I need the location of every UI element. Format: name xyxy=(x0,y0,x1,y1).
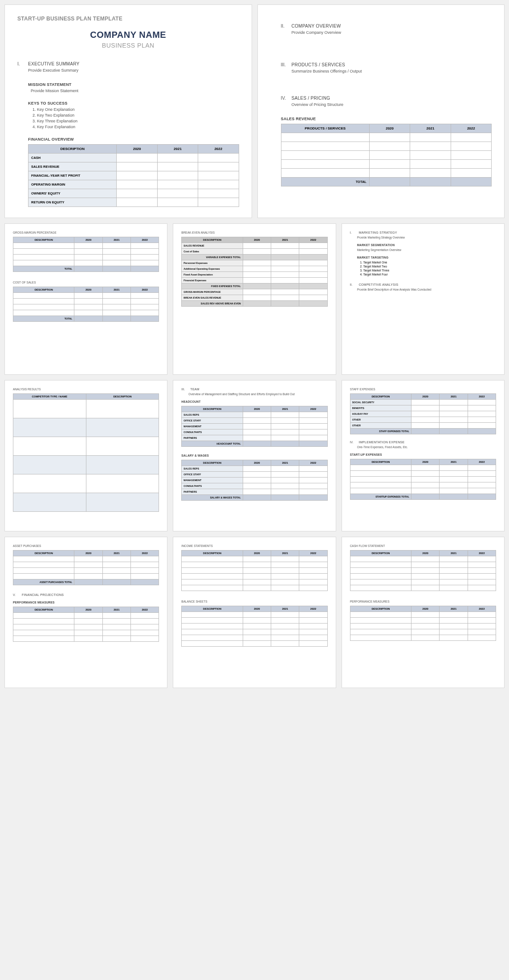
section-num: III. xyxy=(181,388,186,391)
page-4: BREAK-EVEN ANALYSIS DESCRIPTION202020212… xyxy=(173,223,336,375)
subsection-heading: HEADCOUNT xyxy=(181,400,327,403)
table-row xyxy=(281,142,492,151)
staff-expenses-table: DESCRIPTION202020212022 SOCIAL SECURITY … xyxy=(350,393,496,434)
table-row: RETURN ON EQUITY xyxy=(29,198,239,207)
section-body: Overview of Pricing Structure xyxy=(292,102,492,107)
section-body: Provide Executive Summary xyxy=(28,68,239,73)
subsection-heading: MARKET SEGMENTATION xyxy=(357,243,496,247)
section-num: III. xyxy=(281,62,287,67)
table-row xyxy=(281,160,492,169)
financial-overview-table: DESCRIPTION202020212022 CASH SALES REVEN… xyxy=(28,144,239,207)
page-10: INCOME STATEMENTS DESCRIPTION20202021202… xyxy=(173,537,336,688)
section-heading: COMPANY OVERVIEW xyxy=(292,24,341,28)
performance-measures-table: DESCRIPTION202020212022 xyxy=(13,607,159,642)
table-row: SALES REVENUE xyxy=(29,162,239,171)
cash-flow-table: DESCRIPTION202020212022 xyxy=(350,550,496,591)
table-row xyxy=(281,133,492,142)
subsection-heading: SALARY & WAGES xyxy=(181,454,327,457)
page-7: III.TEAM Overview of Management and Staf… xyxy=(173,380,336,531)
subsection-heading: ANALYSIS RESULTS xyxy=(13,388,159,391)
table-row xyxy=(281,169,492,178)
subsection-body: Marketing Segmentation Overview xyxy=(357,248,496,251)
headcount-table: DESCRIPTION202020212022 SALES REPS OFFIC… xyxy=(181,406,327,447)
template-title: START-UP BUSINESS PLAN TEMPLATE xyxy=(17,16,239,22)
page-8: STAFF EXPENSES DESCRIPTION202020212022 S… xyxy=(342,380,505,531)
subsection-heading: COST OF SALES xyxy=(13,281,159,284)
section-num: IV. xyxy=(350,441,354,444)
section-num: II. xyxy=(281,24,287,28)
sales-revenue-table: PRODUCTS / SERVICES202020212022 TOTAL xyxy=(281,124,492,186)
section-heading: IMPLEMENTATION EXPENSE xyxy=(359,441,405,444)
section-heading: SALES / PRICING xyxy=(292,96,330,101)
subsection-heading: KEYS TO SUCCESS xyxy=(28,101,239,105)
income-statements-table: DESCRIPTION202020212022 xyxy=(181,550,327,591)
section-num: I. xyxy=(350,231,354,234)
subsection-heading: FINANCIAL OVERVIEW xyxy=(28,137,239,142)
table-row: OPERATING MARGIN xyxy=(29,180,239,189)
subsection-heading: BREAK-EVEN ANALYSIS xyxy=(181,231,327,234)
section-heading: FINANCIAL PROJECTIONS xyxy=(22,593,64,596)
table-header-row: DESCRIPTION202020212022 xyxy=(29,145,239,154)
section-body: Summarize Business Offerings / Output xyxy=(292,69,492,73)
subsection-body: Provide Mission Statement xyxy=(31,89,239,93)
subsection-heading: STAFF EXPENSES xyxy=(350,388,496,391)
section-num: IV. xyxy=(281,96,287,101)
gross-margin-table: DESCRIPTION202020212022 TOTAL xyxy=(13,237,159,272)
page-1: START-UP BUSINESS PLAN TEMPLATE COMPANY … xyxy=(4,4,252,218)
asset-purchases-table: DESCRIPTION202020212022 ASSET PURCHASES … xyxy=(13,550,159,585)
section-num: V. xyxy=(13,593,17,596)
table-row: FINANCIAL-YEAR NET PROFIT xyxy=(29,171,239,180)
list-item: Target Market Three xyxy=(363,269,496,272)
keys-list: Key One Explanation Key Two Explanation … xyxy=(37,107,239,129)
salary-table: DESCRIPTION202020212022 SALES REPS OFFIC… xyxy=(181,460,327,501)
list-item: Target Market One xyxy=(363,261,496,264)
section-heading: MARKETING STRATEGY xyxy=(359,231,397,234)
subsection-heading: BALANCE SHEETS xyxy=(181,600,327,603)
page-6: ANALYSIS RESULTS COMPETITOR TYPE / NAMED… xyxy=(4,380,167,531)
table-row: TOTAL xyxy=(281,178,492,186)
table-header-row: PRODUCTS / SERVICES202020212022 xyxy=(281,124,492,133)
page-2: II.COMPANY OVERVIEW Provide Company Over… xyxy=(257,4,505,218)
cost-of-sales-table: DESCRIPTION202020212022 TOTAL xyxy=(13,287,159,322)
table-row: OWNERS' EQUITY xyxy=(29,189,239,198)
page-5: I.MARKETING STRATEGY Provide Marketing S… xyxy=(342,223,505,375)
list-item: Key Two Explanation xyxy=(37,113,239,117)
page-3: GROSS-MARGIN PERCENTAGE DESCRIPTION20202… xyxy=(4,223,167,375)
section-heading: EXECUTIVE SUMMARY xyxy=(28,61,80,66)
analysis-results-table: COMPETITOR TYPE / NAMEDESCRIPTION xyxy=(13,393,159,512)
list-item: Target Market Four xyxy=(363,273,496,276)
list-item: Key Four Explanation xyxy=(37,125,239,129)
section-body: Provide Company Overview xyxy=(292,30,492,35)
break-even-table: DESCRIPTION202020212022 SALES REVENUE Co… xyxy=(181,237,327,307)
subtitle: BUSINESS PLAN xyxy=(17,42,239,49)
subsection-heading: SALES REVENUE xyxy=(281,117,492,121)
subsection-heading: PERFORMANCE MEASURES xyxy=(350,600,496,603)
section-body: Provide Marketing Strategy Overview xyxy=(357,236,496,239)
subsection-heading: MISSION STATEMENT xyxy=(28,82,239,87)
section-heading: COMPETITIVE ANALYSIS xyxy=(359,283,399,286)
table-row xyxy=(281,151,492,160)
table-row: CASH xyxy=(29,154,239,162)
target-list: Target Market One Target Market Two Targ… xyxy=(363,261,496,276)
subsection-heading: PERFORMANCE MEASURES xyxy=(13,601,159,604)
section-body: Overview of Management and Staffing Stru… xyxy=(188,393,327,396)
section-heading: TEAM xyxy=(190,388,200,391)
subsection-heading: ASSET PURCHASES xyxy=(13,544,159,547)
list-item: Key Three Explanation xyxy=(37,119,239,123)
company-name: COMPANY NAME xyxy=(17,30,239,40)
section-body: One-Time Expenses, Fixed Assets, Etc. xyxy=(357,445,496,449)
section-num: I. xyxy=(17,61,24,66)
section-body: Provide Brief Description of How Analysi… xyxy=(357,288,496,291)
section-heading: PRODUCTS / SERVICES xyxy=(292,62,346,67)
subsection-heading: GROSS-MARGIN PERCENTAGE xyxy=(13,231,159,234)
subsection-heading: MARKET TARGETING xyxy=(357,256,496,259)
list-item: Key One Explanation xyxy=(37,107,239,112)
subsection-heading: INCOME STATEMENTS xyxy=(181,544,327,547)
page-9: ASSET PURCHASES DESCRIPTION202020212022 … xyxy=(4,537,167,688)
subsection-heading: CASH FLOW STATEMENT xyxy=(350,544,496,547)
section-num: II. xyxy=(350,283,354,286)
performance-measures-table-2: DESCRIPTION202020212022 xyxy=(350,606,496,641)
balance-sheets-table: DESCRIPTION202020212022 xyxy=(181,606,327,647)
list-item: Target Market Two xyxy=(363,265,496,268)
startup-expenses-table: DESCRIPTION202020212022 STARTUP EXPENSES… xyxy=(350,459,496,500)
